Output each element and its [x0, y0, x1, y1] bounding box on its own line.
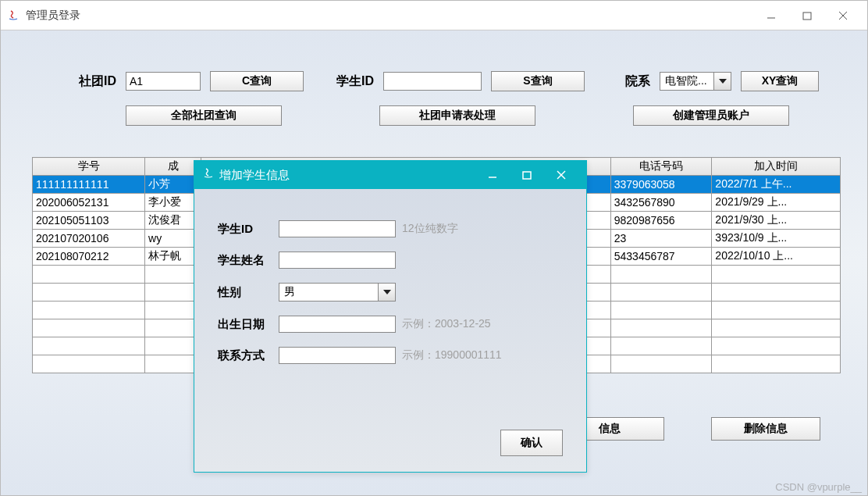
table-cell: 202108070212: [33, 248, 145, 266]
table-cell: 2021/9/29 上...: [712, 194, 841, 212]
dept-select-text: 电智院...: [660, 72, 714, 91]
java-icon: [7, 9, 20, 22]
table-cell: 3432567890: [610, 194, 712, 212]
table-cell: wy: [145, 230, 201, 248]
gender-select[interactable]: 男: [279, 283, 396, 302]
birth-field[interactable]: [279, 316, 396, 333]
delete-info-button[interactable]: 删除信息: [711, 417, 820, 441]
field-student-id: 学生ID 12位纯数字: [218, 220, 563, 237]
dept-select[interactable]: 电智院...: [660, 72, 731, 91]
student-id-hint: 12位纯数字: [402, 222, 458, 236]
name-field[interactable]: [279, 252, 396, 269]
table-cell: 23: [610, 230, 712, 248]
table-cell: 2022/7/1 上午...: [712, 176, 841, 194]
table-cell: 3923/10/9 上...: [712, 230, 841, 248]
table-cell: 9820987656: [610, 212, 712, 230]
search-row: 社团ID C查询 学生ID S查询 院系 电智院... XY查询: [79, 71, 836, 91]
dialog-title: 增加学生信息: [219, 168, 290, 183]
create-admin-button[interactable]: 创建管理员账户: [633, 105, 789, 126]
table-cell: 李小爱: [145, 194, 201, 212]
all-clubs-button[interactable]: 全部社团查询: [126, 105, 282, 126]
club-id-input[interactable]: [126, 72, 201, 91]
col-student-id[interactable]: 学号: [33, 158, 145, 176]
close-button[interactable]: [825, 4, 861, 27]
dialog-body: 学生ID 12位纯数字 学生姓名 性别 男 出生日期 示例：2003-12-25…: [194, 189, 586, 394]
table-cell: 5433456787: [610, 248, 712, 266]
minimize-button[interactable]: [753, 4, 789, 27]
table-cell: 小芳: [145, 176, 201, 194]
svg-marker-9: [383, 290, 391, 294]
field-contact: 联系方式 示例：19900001111: [218, 347, 563, 364]
table-cell: 沈俊君: [145, 212, 201, 230]
table-cell: 202006052131: [33, 194, 145, 212]
action-row: 全部社团查询 社团申请表处理 创建管理员账户: [126, 105, 789, 126]
table-cell: 202107020106: [33, 230, 145, 248]
student-id-label: 学生ID: [336, 73, 374, 90]
contact-label: 联系方式: [218, 348, 279, 363]
gender-value: 男: [279, 283, 379, 302]
field-birth: 出生日期 示例：2003-12-25: [218, 316, 563, 333]
table-cell: 2022/10/10 上...: [712, 248, 841, 266]
dialog-confirm-wrap: 确认: [500, 430, 563, 456]
java-icon: [202, 167, 215, 183]
name-label: 学生姓名: [218, 253, 279, 268]
main-window-title: 管理员登录: [26, 9, 80, 23]
col-name[interactable]: 成: [145, 158, 201, 176]
col-phone[interactable]: 电话号码: [610, 158, 712, 176]
dialog-close-button[interactable]: [544, 164, 578, 186]
gender-label: 性别: [218, 285, 279, 300]
field-gender: 性别 男: [218, 283, 563, 302]
table-cell: 202105051103: [33, 212, 145, 230]
contact-hint: 示例：19900001111: [402, 348, 502, 362]
c-query-button[interactable]: C查询: [210, 71, 304, 91]
birth-label: 出生日期: [218, 317, 279, 332]
svg-marker-4: [719, 79, 727, 84]
birth-hint: 示例：2003-12-25: [402, 317, 491, 331]
watermark: CSDN @vpurple__: [775, 481, 862, 493]
student-id-label: 学生ID: [218, 222, 279, 237]
maximize-button[interactable]: [789, 4, 825, 27]
dialog-maximize-button[interactable]: [510, 164, 544, 186]
table-cell: 3379063058: [610, 176, 712, 194]
dialog-minimize-button[interactable]: [475, 164, 510, 186]
field-name: 学生姓名: [218, 252, 563, 269]
footer-buttons: 信息 删除信息: [555, 417, 820, 441]
dialog-titlebar: 增加学生信息: [194, 161, 586, 189]
s-query-button[interactable]: S查询: [491, 71, 585, 91]
chevron-down-icon[interactable]: [379, 283, 396, 302]
add-student-dialog: 增加学生信息 学生ID 12位纯数字 学生姓名 性别 男: [194, 160, 587, 473]
table-cell: 林子帆: [145, 248, 201, 266]
svg-rect-6: [523, 172, 531, 179]
dept-label: 院系: [625, 73, 650, 90]
club-id-label: 社团ID: [79, 73, 116, 90]
main-titlebar: 管理员登录: [1, 1, 867, 30]
xy-query-button[interactable]: XY查询: [741, 71, 819, 91]
table-cell: 2021/9/30 上...: [712, 212, 841, 230]
contact-field[interactable]: [279, 347, 396, 364]
chevron-down-icon[interactable]: [714, 72, 731, 91]
table-cell: 111111111111: [33, 176, 145, 194]
confirm-button[interactable]: 确认: [500, 430, 563, 456]
student-id-field[interactable]: [279, 220, 396, 237]
student-id-input[interactable]: [383, 72, 482, 91]
col-join-date[interactable]: 加入时间: [712, 158, 841, 176]
svg-rect-1: [803, 12, 811, 20]
apply-process-button[interactable]: 社团申请表处理: [379, 105, 535, 126]
